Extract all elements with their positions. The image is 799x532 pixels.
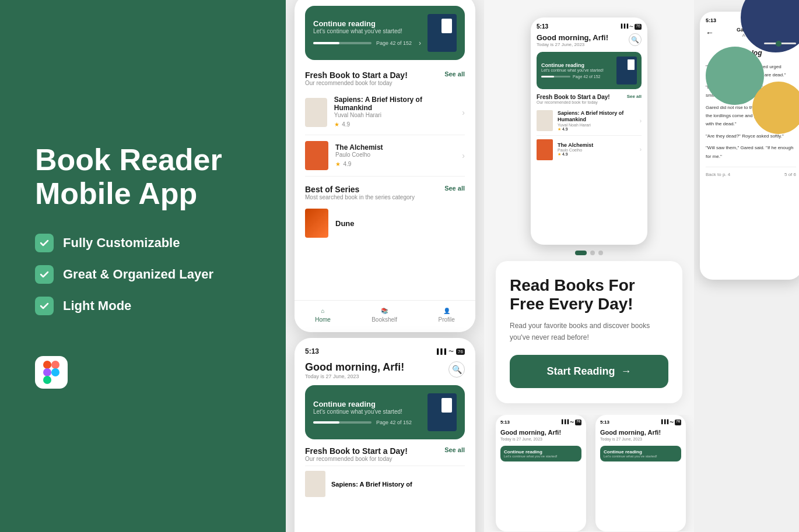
home-icon: ⌂ <box>321 308 324 314</box>
mini-greeting-1: Good morning, Arfi! <box>500 429 581 436</box>
chevron-right-icon: › <box>419 39 421 47</box>
continue-card-bottom[interactable]: Continue reading Let's continue what you… <box>305 385 465 439</box>
mini-phone-1: 5:13 ▐▐▐ 〜 76 Good morning, Arfi! Today … <box>496 415 586 531</box>
book-cover-blue-bottom <box>427 393 457 431</box>
svg-rect-4 <box>43 376 51 384</box>
signal-icon: ▐▐▐ <box>435 348 446 354</box>
nav-home[interactable]: ⌂ Home <box>315 308 331 323</box>
small-phone-status-icons: ▐▐▐ 〜 76 <box>619 24 642 30</box>
small-sapiens-row[interactable]: Sapiens: A Brief History of Humankind Yu… <box>537 107 642 136</box>
mini-battery-icon: 76 <box>575 420 581 425</box>
rating-sapiens: 4.9 <box>342 121 350 128</box>
small-battery-icon: 76 <box>635 24 642 30</box>
small-phone-status: 5:13 ▐▐▐ 〜 76 <box>537 23 642 30</box>
progress-bar-inner-bottom <box>313 421 339 424</box>
sapiens-thumb-bottom <box>305 471 325 497</box>
feature-item-1: Fully Customizable <box>35 234 251 252</box>
reading-slider-track <box>764 43 796 44</box>
chevron-right-alchemist: › <box>462 151 465 160</box>
small-progress-outer <box>541 76 570 77</box>
phone-bottom: 5:13 ▐▐▐ 〜 76 Good morning, Arfi! Today … <box>295 338 475 532</box>
small-sapiens-stars: ★ <box>558 127 561 131</box>
mini-date-1: Today is 27 June, 2023 <box>500 437 581 441</box>
dune-row[interactable]: Dune <box>305 204 465 242</box>
book-info-sapiens: Sapiens: A Brief History of Humankind Yu… <box>334 96 455 129</box>
book-row-alchemist[interactable]: The Alchemist Paulo Coelho ★ 4.9 › <box>305 135 465 177</box>
book-thumb-sapiens <box>305 98 327 127</box>
reading-header: ← Game of Throne A Song of Ic... <box>706 27 796 38</box>
small-progress-inner <box>541 76 554 77</box>
feature-item-2: Great & Organized Layer <box>35 265 251 284</box>
right-section: 5:13 ▐▐▐ 〜 76 Good morning, Arfi! Today … <box>484 0 799 532</box>
small-alchemist-row[interactable]: The Alchemist Paulo Coelho ★ 4.9 › <box>537 136 642 164</box>
mini-icons-2: ▐▐▐ 〜 76 <box>660 420 681 425</box>
continue-reading-card[interactable]: Continue reading Let's continue what you… <box>305 6 465 60</box>
reading-signal-icon: ▐▐▐ <box>774 17 783 23</box>
status-icons-bottom: ▐▐▐ 〜 76 <box>435 348 465 355</box>
small-progress-label: Page 42 of 152 <box>573 75 601 79</box>
reading-book-sub: A Song of Ic... <box>717 33 796 38</box>
dot-2 <box>590 251 595 255</box>
dot-active <box>575 251 587 255</box>
right-col-wrapper: 5:13 ▐▐▐ 〜 76 Good morning, Arfi! Today … <box>484 0 799 532</box>
fresh-book-section-header: Fresh Book to Start a Day! Our recommend… <box>305 71 465 86</box>
mini-battery-icon-2: 76 <box>675 420 681 425</box>
reading-progress-row <box>706 43 796 44</box>
svg-rect-0 <box>43 361 51 369</box>
progress-bar-outer-bottom <box>313 421 372 424</box>
bottom-mini-phones: 5:13 ▐▐▐ 〜 76 Good morning, Arfi! Today … <box>484 415 694 531</box>
stars-alchemist: ★ <box>335 161 341 167</box>
feature-label-3: Light Mode <box>63 298 131 313</box>
mini-status-2: 5:13 ▐▐▐ 〜 76 <box>600 420 681 425</box>
page-current-label: 5 of 6 <box>784 172 796 177</box>
small-continue-card[interactable]: Continue reading Let's continue what you… <box>537 52 642 89</box>
svg-point-2 <box>51 368 59 376</box>
fresh-section-bottom: Fresh Book to Start a Day! Our recommend… <box>305 446 465 462</box>
mini-icons-1: ▐▐▐ 〜 76 <box>560 420 581 425</box>
continue-text: Continue reading Let's continue what you… <box>313 19 421 47</box>
progress-bar-outer <box>313 42 372 44</box>
search-icon-bottom[interactable]: 🔍 <box>448 361 465 378</box>
fresh-sub-bottom: Our recommended book for today <box>305 456 408 462</box>
check-badge-1 <box>35 234 54 252</box>
mini-time-1: 5:13 <box>500 420 510 425</box>
small-phone-greeting: Good morning, Arfi! Today is 27 June, 20… <box>537 33 608 47</box>
small-sapiens-title: Sapiens: A Brief History of Humankind <box>558 110 635 123</box>
start-reading-button[interactable]: Start Reading → <box>510 355 668 388</box>
book-row-sapiens[interactable]: Sapiens: A Brief History of Humankind Yu… <box>305 90 465 135</box>
reading-big-col: 5:13 ▐▐▐ 〜 76 ← Game of Throne <box>694 0 799 532</box>
small-see-all[interactable]: See all <box>627 94 642 104</box>
best-series-subtitle: Most searched book in the series categor… <box>305 194 415 200</box>
best-series-see-all[interactable]: See all <box>444 185 465 192</box>
small-sapiens-thumb <box>537 110 553 131</box>
stars-sapiens: ★ <box>334 121 339 128</box>
small-phone-greeting-row: Good morning, Arfi! Today is 27 June, 20… <box>537 33 642 47</box>
mini-status-1: 5:13 ▐▐▐ 〜 76 <box>500 420 581 425</box>
back-arrow-icon[interactable]: ← <box>706 28 714 37</box>
book-info-alchemist: The Alchemist Paulo Coelho ★ 4.9 <box>335 143 383 168</box>
mini-wifi-icon-2: 〜 <box>670 420 674 425</box>
fresh-see-all[interactable]: See all <box>444 71 465 77</box>
reading-time: 5:13 <box>706 17 716 23</box>
nav-profile[interactable]: 👤 Profile <box>438 308 454 323</box>
small-alchemist-info: The Alchemist Paulo Coelho ★ 4.9 <box>558 142 593 157</box>
nav-bookshelf[interactable]: 📚 Bookshelf <box>372 308 397 323</box>
small-search-icon[interactable]: 🔍 <box>629 33 642 46</box>
check-icon-3 <box>39 301 50 311</box>
small-alchemist-chevron: › <box>640 146 642 153</box>
figma-logo <box>35 356 68 389</box>
small-sapiens-rating: 4.9 <box>562 127 568 131</box>
check-badge-3 <box>35 297 54 315</box>
sapiens-row-bottom[interactable]: Sapiens: A Brief History of <box>305 466 465 502</box>
fresh-see-all-bottom[interactable]: See all <box>444 446 465 453</box>
greeting-name-bottom: Good morning, Arfi! <box>305 361 404 374</box>
small-phone-area: 5:13 ▐▐▐ 〜 76 Good morning, Arfi! Today … <box>484 0 694 245</box>
promo-title: Read Books For Free Every Day! <box>510 276 668 313</box>
mini-continue-1: Continue reading Let's continue what you… <box>500 446 581 461</box>
reading-wifi-icon: 〜 <box>784 17 788 23</box>
small-fresh-sub: Our recommended book for today <box>537 100 610 104</box>
page-back-label: Back to p. 4 <box>706 172 730 177</box>
greeting-text-bottom: Good morning, Arfi! Today is 27 June, 20… <box>305 361 404 379</box>
small-book-cover <box>616 57 637 84</box>
small-phone-time: 5:13 <box>537 23 548 30</box>
